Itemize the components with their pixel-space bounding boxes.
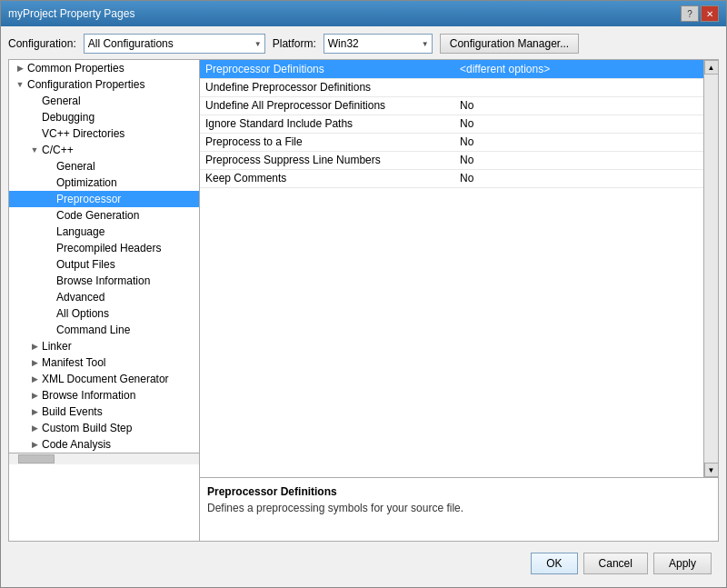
- prop-row-preproc-defs[interactable]: Preprocessor Definitions<different optio…: [200, 60, 703, 78]
- apply-button[interactable]: Apply: [653, 553, 712, 574]
- tree-item-code-analysis[interactable]: Code Analysis: [9, 436, 199, 453]
- tree-label-cpp-output: Output Files: [56, 258, 115, 271]
- description-title: Preprocessor Definitions: [207, 485, 711, 498]
- prop-name-preproc-defs: Preprocessor Definitions: [200, 60, 454, 78]
- title-bar-left: myProject Property Pages: [8, 7, 134, 20]
- prop-name-undef-all: Undefine All Preprocessor Definitions: [200, 96, 454, 115]
- prop-value-keep-comments: No: [454, 169, 703, 187]
- config-manager-button[interactable]: Configuration Manager...: [440, 34, 579, 54]
- tree-expand-browse-info: [27, 391, 42, 400]
- tree-expand-xml-doc: [27, 374, 42, 384]
- prop-row-undef-preproc[interactable]: Undefine Preprocessor Definitions: [200, 78, 703, 96]
- dialog-title: myProject Property Pages: [8, 7, 134, 20]
- tree-item-linker[interactable]: Linker: [9, 338, 199, 354]
- platform-label: Platform:: [273, 37, 316, 50]
- prop-name-preproc-file: Preprocess to a File: [200, 133, 454, 151]
- vertical-scrollbar[interactable]: ▲ ▼: [703, 60, 718, 477]
- tree-label-debugging: Debugging: [42, 111, 95, 124]
- properties-table: Preprocessor Definitions<different optio…: [200, 60, 703, 477]
- h-scroll-track: [9, 453, 199, 464]
- bottom-button-bar: OK Cancel Apply: [8, 547, 719, 580]
- tree-item-debugging[interactable]: Debugging: [9, 109, 199, 125]
- prop-row-keep-comments[interactable]: Keep CommentsNo: [200, 169, 703, 187]
- tree-label-cpp-language: Language: [56, 225, 105, 238]
- tree-label-common-props: Common Properties: [27, 62, 124, 75]
- tree-item-build-events[interactable]: Build Events: [9, 404, 199, 420]
- h-scroll-thumb[interactable]: [18, 454, 55, 463]
- tree-label-build-events: Build Events: [42, 405, 103, 418]
- tree-item-cpp-cmdline[interactable]: Command Line: [9, 322, 199, 338]
- configuration-select[interactable]: All Configurations: [84, 34, 265, 54]
- prop-name-ignore-std: Ignore Standard Include Paths: [200, 115, 454, 133]
- help-button[interactable]: ?: [681, 5, 699, 22]
- description-text: Defines a preprocessing symbols for your…: [207, 502, 711, 514]
- close-button[interactable]: ✕: [701, 5, 719, 22]
- tree-item-custom-build[interactable]: Custom Build Step: [9, 420, 199, 436]
- prop-name-preproc-suppress: Preprocess Suppress Line Numbers: [200, 151, 454, 169]
- tree-item-xml-doc[interactable]: XML Document Generator: [9, 371, 199, 387]
- tree-label-config-props: Configuration Properties: [27, 78, 144, 91]
- title-bar: myProject Property Pages ? ✕: [1, 1, 726, 26]
- prop-row-preproc-suppress[interactable]: Preprocess Suppress Line NumbersNo: [200, 151, 703, 169]
- platform-select[interactable]: Win32: [324, 34, 433, 54]
- tree-label-cpp-alloptions: All Options: [56, 307, 109, 320]
- prop-name-undef-preproc: Undefine Preprocessor Definitions: [200, 78, 454, 96]
- properties-grid: Preprocessor Definitions<different optio…: [200, 60, 703, 188]
- prop-value-preproc-defs: <different options>: [454, 60, 703, 78]
- tree-horizontal-scrollbar[interactable]: [9, 453, 199, 463]
- tree-item-cpp-preprocessor[interactable]: Preprocessor: [9, 191, 199, 207]
- prop-value-preproc-suppress: No: [454, 151, 703, 169]
- tree-item-cpp-browse[interactable]: Browse Information: [9, 273, 199, 289]
- prop-row-preproc-file[interactable]: Preprocess to a FileNo: [200, 133, 703, 151]
- tree-item-general[interactable]: General: [9, 93, 199, 109]
- tree-item-cpp-output[interactable]: Output Files: [9, 256, 199, 273]
- title-bar-controls: ? ✕: [681, 5, 719, 22]
- tree-label-cpp-codegen: Code Generation: [56, 209, 139, 222]
- description-panel: Preprocessor Definitions Defines a prepr…: [200, 477, 718, 541]
- tree-item-cpp-language[interactable]: Language: [9, 224, 199, 240]
- prop-row-ignore-std[interactable]: Ignore Standard Include PathsNo: [200, 115, 703, 133]
- tree-label-cpp-optimization: Optimization: [56, 176, 117, 189]
- right-panel: Preprocessor Definitions<different optio…: [200, 60, 718, 541]
- tree-item-cpp-general[interactable]: General: [9, 158, 199, 174]
- dialog-body: Configuration: All Configurations Platfo…: [1, 26, 726, 587]
- tree-label-general: General: [42, 95, 81, 107]
- tree-item-config-props[interactable]: Configuration Properties: [9, 76, 199, 93]
- prop-name-keep-comments: Keep Comments: [200, 169, 454, 187]
- tree-item-cpp-alloptions[interactable]: All Options: [9, 305, 199, 322]
- tree-label-browse-info: Browse Information: [42, 389, 135, 402]
- tree-expand-code-analysis: [27, 440, 42, 449]
- tree-expand-cpp: [27, 145, 42, 154]
- ok-button[interactable]: OK: [531, 553, 577, 574]
- tree-item-cpp-codegen[interactable]: Code Generation: [9, 207, 199, 224]
- tree-item-common-props[interactable]: Common Properties: [9, 60, 199, 76]
- platform-select-wrapper: Win32: [324, 34, 433, 54]
- property-pages-dialog: myProject Property Pages ? ✕ Configurati…: [0, 0, 727, 588]
- config-label: Configuration:: [8, 37, 76, 50]
- tree-label-cpp-preprocessor: Preprocessor: [56, 193, 121, 205]
- prop-value-ignore-std: No: [454, 115, 703, 133]
- tree-expand-config-props: [13, 80, 27, 89]
- tree-label-cpp-cmdline: Command Line: [56, 324, 130, 336]
- tree-expand-build-events: [27, 407, 42, 416]
- tree-label-cpp: C/C++: [42, 144, 74, 156]
- tree-label-cpp-advanced: Advanced: [56, 291, 105, 304]
- prop-value-preproc-file: No: [454, 133, 703, 151]
- tree-item-cpp-precompiled[interactable]: Precompiled Headers: [9, 240, 199, 256]
- main-content-area: Common PropertiesConfiguration Propertie…: [8, 59, 719, 542]
- tree-label-xml-doc: XML Document Generator: [42, 373, 169, 385]
- tree-expand-custom-build: [27, 424, 42, 433]
- config-row: Configuration: All Configurations Platfo…: [8, 34, 719, 54]
- tree-expand-common-props: [13, 64, 27, 73]
- prop-row-undef-all[interactable]: Undefine All Preprocessor DefinitionsNo: [200, 96, 703, 115]
- scroll-down-arrow[interactable]: ▼: [704, 463, 719, 477]
- tree-item-vc-dirs[interactable]: VC++ Directories: [9, 125, 199, 142]
- tree-item-browse-info[interactable]: Browse Information: [9, 387, 199, 404]
- tree-panel: Common PropertiesConfiguration Propertie…: [9, 60, 200, 541]
- scroll-up-arrow[interactable]: ▲: [704, 60, 719, 75]
- cancel-button[interactable]: Cancel: [583, 553, 648, 574]
- tree-item-cpp[interactable]: C/C++: [9, 142, 199, 158]
- tree-item-manifest[interactable]: Manifest Tool: [9, 354, 199, 371]
- tree-item-cpp-optimization[interactable]: Optimization: [9, 174, 199, 191]
- tree-item-cpp-advanced[interactable]: Advanced: [9, 289, 199, 305]
